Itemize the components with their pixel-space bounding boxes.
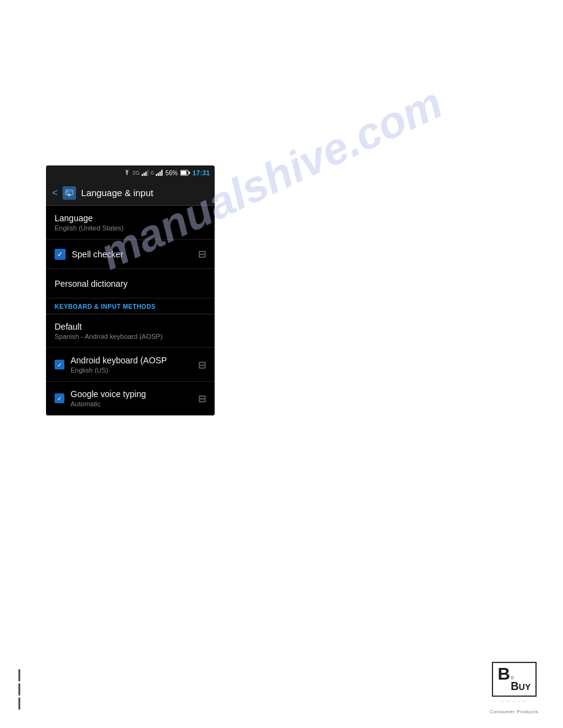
android-keyboard-subtitle: English (US) <box>71 366 198 374</box>
logo-registered: ® <box>511 676 514 680</box>
logo-b-large: B <box>498 665 510 683</box>
svg-rect-6 <box>159 172 161 176</box>
page-mark-2 <box>18 683 20 696</box>
page-title: Language & input <box>81 188 153 198</box>
battery-icon <box>180 170 190 176</box>
language-item[interactable]: Language English (United States) <box>46 206 215 240</box>
phone-screen: 2G 0 56% 17:31 < <box>46 165 215 415</box>
wifi-icon <box>123 170 131 176</box>
android-keyboard-content: Android keyboard (AOSP English (US) <box>71 355 198 374</box>
battery-percentage: 56% <box>166 170 178 176</box>
spell-checker-checkbox[interactable]: ✓ <box>55 249 66 260</box>
language-title: Language <box>55 213 206 223</box>
status-icons: 2G 0 <box>123 170 163 176</box>
google-voice-check: ✓ <box>57 395 62 402</box>
back-button[interactable]: < <box>52 188 58 199</box>
spell-checker-item[interactable]: ✓ Spell checker ⊟ <box>46 240 215 269</box>
keyboard-section-label: KEYBOARD & INPUT METHODS <box>55 303 206 310</box>
svg-rect-4 <box>156 174 157 176</box>
language-subtitle: English (United States) <box>55 224 206 232</box>
android-keyboard-item[interactable]: ✓ Android keyboard (AOSP English (US) ⊟ <box>46 348 215 382</box>
logo-subtitle: Consumer Products <box>490 709 538 715</box>
svg-rect-9 <box>181 171 186 175</box>
status-time: 17:31 <box>193 169 210 176</box>
spell-checker-content: Spell checker <box>72 249 198 259</box>
keyboard-section-header: KEYBOARD & INPUT METHODS <box>46 298 215 314</box>
default-subtitle: Spanish - Android keyboard (AOSP) <box>55 333 206 340</box>
google-voice-content: Google voice typing Automatic <box>71 389 198 408</box>
brand-logo: B ® B UY · · · · · Consumer Products <box>490 662 538 716</box>
android-keyboard-title: Android keyboard (AOSP <box>71 355 198 365</box>
android-keyboard-checkbox[interactable]: ✓ <box>55 360 64 370</box>
spell-checker-title: Spell checker <box>72 249 198 259</box>
google-voice-settings-icon[interactable]: ⊟ <box>198 393 206 404</box>
svg-rect-14 <box>68 194 71 196</box>
google-voice-title: Google voice typing <box>71 389 198 399</box>
google-voice-typing-item[interactable]: ✓ Google voice typing Automatic ⊟ <box>46 382 215 415</box>
signal-icon <box>142 170 149 176</box>
svg-rect-0 <box>142 174 143 176</box>
status-bar: 2G 0 56% 17:31 <box>46 165 215 180</box>
personal-dictionary-content: Personal dictionary <box>55 279 206 289</box>
personal-dictionary-title: Personal dictionary <box>55 279 206 289</box>
language-input-icon <box>63 186 76 200</box>
logo-stars: · · · · · <box>502 698 527 704</box>
default-content: Default Spanish - Android keyboard (AOSP… <box>55 322 206 340</box>
google-voice-subtitle: Automatic <box>71 400 198 408</box>
spell-checker-settings-icon[interactable]: ⊟ <box>198 248 206 260</box>
default-item[interactable]: Default Spanish - Android keyboard (AOSP… <box>46 314 215 348</box>
logo-uy: UY <box>519 682 530 692</box>
svg-rect-1 <box>144 173 145 176</box>
google-voice-checkbox[interactable]: ✓ <box>55 393 64 403</box>
svg-rect-10 <box>189 172 190 174</box>
default-title: Default <box>55 322 206 332</box>
checkmark-icon: ✓ <box>57 250 63 259</box>
logo-b-small: B <box>511 680 519 693</box>
svg-rect-5 <box>158 173 159 176</box>
settings-list: Language English (United States) ✓ Spell… <box>46 206 215 415</box>
page-mark-3 <box>18 697 20 710</box>
signal-icon-2 <box>156 170 163 176</box>
network-2g: 2G <box>132 170 140 176</box>
header-bar: < Language & input <box>46 180 215 206</box>
network-0: 0 <box>151 170 154 176</box>
page-marks <box>18 669 20 710</box>
android-keyboard-settings-icon[interactable]: ⊟ <box>198 359 206 371</box>
svg-rect-2 <box>145 172 147 176</box>
personal-dictionary-item[interactable]: Personal dictionary <box>46 269 215 298</box>
page-mark-1 <box>18 669 20 681</box>
android-keyboard-check: ✓ <box>57 362 62 368</box>
language-content: Language English (United States) <box>55 213 206 232</box>
svg-rect-7 <box>161 170 163 176</box>
svg-rect-3 <box>147 170 148 176</box>
logo-box: B ® B UY <box>492 662 537 697</box>
